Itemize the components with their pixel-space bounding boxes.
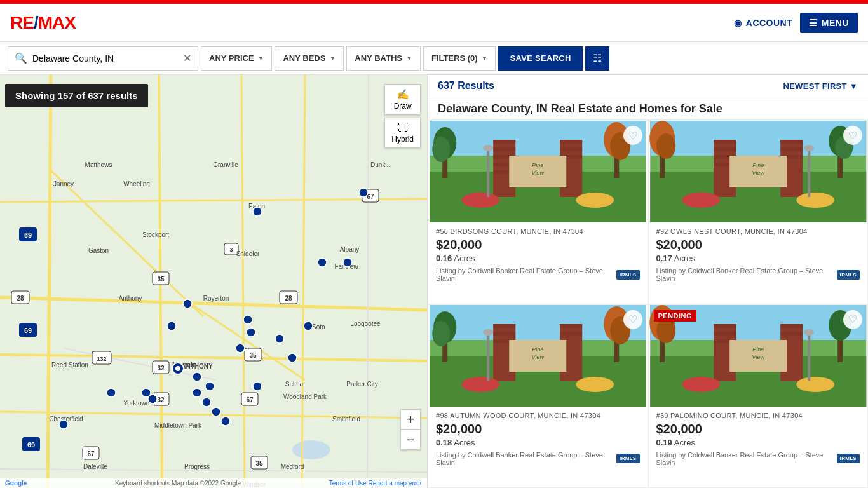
beds-dropdown[interactable]: ANY BEDS ▼ <box>275 46 344 71</box>
search-input-wrap: 🔍 ✕ <box>8 46 198 71</box>
svg-rect-143 <box>714 140 736 144</box>
svg-text:32: 32 <box>157 396 165 403</box>
map-footer: Google Keyboard shortcuts Map data ©2022… <box>0 478 427 488</box>
account-button[interactable]: ◉ ACCOUNT <box>734 18 792 28</box>
save-search-button[interactable]: SAVE SEARCH <box>498 46 582 71</box>
agent-logo: IRMLS <box>616 270 639 280</box>
svg-point-201 <box>804 329 814 336</box>
results-count: 637 Results <box>438 80 494 92</box>
google-logo: Google <box>5 480 27 487</box>
svg-point-88 <box>236 344 245 353</box>
map-results-tooltip: Showing 157 of 637 results <box>5 84 148 107</box>
zoom-in-button[interactable]: + <box>400 409 421 430</box>
listing-card[interactable]: Pine View PENDING ♡ #39 PALOMINO COURT, … <box>648 304 869 489</box>
baths-dropdown[interactable]: ANY BATHS ▼ <box>346 46 421 71</box>
svg-point-99 <box>221 417 230 426</box>
svg-text:Pine: Pine <box>752 162 764 168</box>
svg-point-177 <box>576 377 614 392</box>
svg-rect-190 <box>714 324 736 328</box>
results-header: 637 Results NEWEST FIRST ▼ <box>428 75 868 97</box>
chevron-down-icon: ▼ <box>406 55 412 62</box>
listing-agent: Listing by Coldwell Banker Real Estate G… <box>656 451 860 466</box>
favorite-button[interactable]: ♡ <box>843 126 862 145</box>
svg-text:69: 69 <box>27 441 35 449</box>
agent-name: Listing by Coldwell Banker Real Estate G… <box>656 451 837 466</box>
svg-rect-178 <box>487 334 489 381</box>
listing-price: $20,000 <box>436 422 640 437</box>
listings-grid: Pine View ♡ #56 BIRDSONG COURT, Muncie, … <box>428 120 868 488</box>
listing-card[interactable]: Pine View ♡ #98 AUTUMN WOOD COURT, Munci… <box>428 304 648 489</box>
svg-text:Gaston: Gaston <box>88 247 109 254</box>
listing-price: $20,000 <box>656 238 860 252</box>
baths-label: ANY BATHS <box>355 53 402 63</box>
search-input[interactable] <box>32 53 178 64</box>
agent-logo: IRMLS <box>616 454 639 463</box>
svg-point-156 <box>804 145 814 151</box>
svg-rect-169 <box>493 332 515 336</box>
filters-label: FILTERS (0) <box>431 53 478 63</box>
zoom-out-button[interactable]: − <box>400 430 421 450</box>
svg-text:View: View <box>532 170 545 176</box>
agent-logo: IRMLS <box>837 270 860 280</box>
svg-point-91 <box>288 353 297 362</box>
favorite-button[interactable]: ♡ <box>843 310 862 329</box>
menu-button[interactable]: ☰ MENU <box>800 13 858 33</box>
svg-text:67: 67 <box>87 451 95 458</box>
map-tooltip-text: Showing 157 of 637 results <box>15 90 138 101</box>
svg-point-86 <box>243 315 252 324</box>
svg-point-90 <box>304 322 313 330</box>
svg-point-80 <box>253 207 262 216</box>
search-bar: 🔍 ✕ ANY PRICE ▼ ANY BEDS ▼ ANY BATHS ▼ F… <box>0 42 868 75</box>
svg-rect-118 <box>493 147 515 151</box>
svg-text:Pine: Pine <box>532 162 543 168</box>
price-dropdown[interactable]: ANY PRICE ▼ <box>201 46 272 71</box>
clear-icon[interactable]: ✕ <box>183 52 191 64</box>
svg-rect-193 <box>780 324 803 328</box>
svg-text:Albany: Albany <box>340 246 360 253</box>
results-panel: 637 Results NEWEST FIRST ▼ Delaware Coun… <box>427 75 868 488</box>
svg-point-129 <box>576 193 614 208</box>
svg-text:Granville: Granville <box>213 161 238 168</box>
svg-point-103 <box>253 382 262 391</box>
favorite-button[interactable]: ♡ <box>623 126 642 145</box>
chevron-down-icon: ▼ <box>258 55 264 62</box>
svg-text:Janney: Janney <box>53 180 74 187</box>
svg-point-111 <box>432 137 450 162</box>
favorite-button[interactable]: ♡ <box>623 310 642 329</box>
svg-rect-130 <box>487 149 489 197</box>
svg-point-128 <box>461 193 499 208</box>
listing-details: 0.18 Acres <box>436 438 640 447</box>
svg-point-87 <box>247 328 255 337</box>
price-label: ANY PRICE <box>209 53 254 63</box>
listing-info: #56 BIRDSONG COURT, Muncie, IN 47304 $20… <box>428 222 648 287</box>
svg-text:Woodland Park: Woodland Park <box>283 393 327 400</box>
account-icon: ◉ <box>734 18 742 28</box>
hybrid-label: Hybrid <box>391 135 414 144</box>
agent-name: Listing by Coldwell Banker Real Estate G… <box>436 267 616 282</box>
listing-card[interactable]: Pine View ♡ #92 OWLS NEST COURT, Muncie,… <box>648 120 869 304</box>
hybrid-button[interactable]: ⛶ Hybrid <box>384 118 421 148</box>
svg-point-84 <box>167 322 176 330</box>
header: RE/MAX ◉ ACCOUNT ☰ MENU <box>0 4 868 42</box>
sort-button[interactable]: NEWEST FIRST ▼ <box>783 81 858 91</box>
svg-rect-117 <box>493 140 515 144</box>
svg-text:Daleville: Daleville <box>83 463 107 470</box>
search-icon: 🔍 <box>15 52 27 64</box>
map-view-button[interactable]: ☷ <box>585 46 609 71</box>
svg-text:28: 28 <box>285 295 292 302</box>
listing-address: #92 OWLS NEST COURT, Muncie, IN 47304 <box>656 227 860 235</box>
svg-text:Medford: Medford <box>281 463 304 470</box>
svg-text:ANTHONY: ANTHONY <box>181 363 213 370</box>
svg-point-96 <box>193 388 201 397</box>
filters-dropdown[interactable]: FILTERS (0) ▼ <box>423 46 496 71</box>
draw-button[interactable]: ✍ Draw <box>384 84 421 115</box>
map-svg: 69 35 35 32 67 3 28 28 <box>0 75 427 488</box>
svg-point-85 <box>183 299 192 308</box>
svg-text:View: View <box>752 354 764 360</box>
svg-text:35: 35 <box>157 276 165 283</box>
svg-point-153 <box>682 193 720 208</box>
svg-text:Dunki...: Dunki... <box>370 161 392 168</box>
map-icon: ☷ <box>593 52 602 64</box>
listing-card[interactable]: Pine View ♡ #56 BIRDSONG COURT, Muncie, … <box>428 120 648 304</box>
map-zoom-controls: + − <box>400 409 421 450</box>
